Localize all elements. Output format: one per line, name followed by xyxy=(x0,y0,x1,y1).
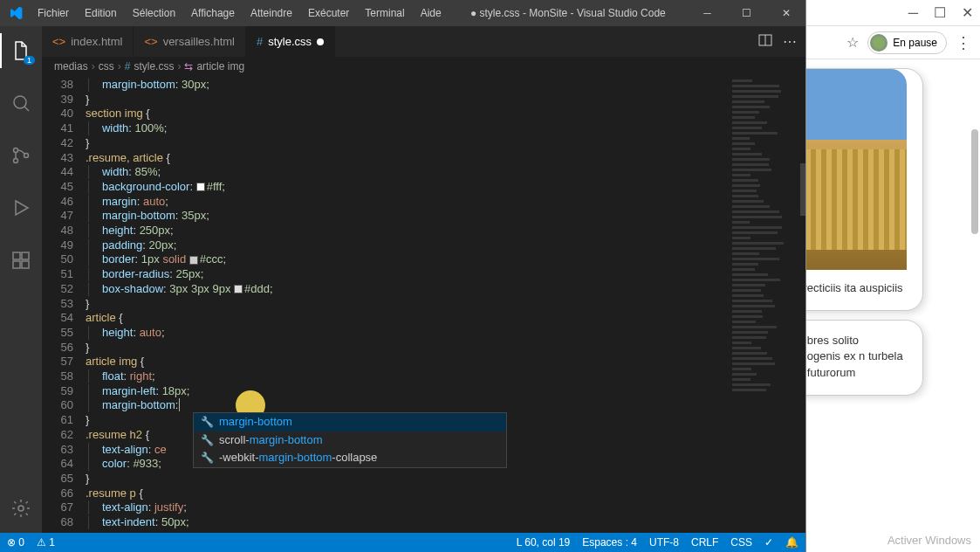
close-button[interactable]: ✕ xyxy=(766,0,805,26)
browser-window: ─ ☐ ✕ ☆ En pause ⋮ a advecticiis ita aus… xyxy=(805,0,980,552)
dirty-indicator-icon xyxy=(317,38,324,45)
tab-label: index.html xyxy=(71,35,122,48)
status-language[interactable]: CSS xyxy=(730,536,752,549)
menu-fichier[interactable]: Fichier xyxy=(31,7,76,19)
page-scrollbar[interactable] xyxy=(971,129,978,234)
menu-edition[interactable]: Edition xyxy=(78,7,124,19)
svg-rect-7 xyxy=(22,252,29,259)
status-prettier-icon[interactable]: ✓ xyxy=(764,536,773,549)
extensions-icon[interactable] xyxy=(0,243,42,278)
svg-point-3 xyxy=(24,154,29,158)
tab-versailles-html[interactable]: <> versailles.html xyxy=(134,26,246,57)
tab-style-css[interactable]: # style.css xyxy=(246,26,335,57)
article-text: a advecticiis ita auspiciis xyxy=(806,280,910,296)
explorer-badge: 1 xyxy=(24,56,35,65)
html-file-icon: <> xyxy=(144,35,157,48)
tab-index-html[interactable]: <> index.html xyxy=(42,26,134,57)
property-icon: 🔧 xyxy=(201,451,214,466)
more-actions-icon[interactable]: ⋯ xyxy=(783,33,797,50)
bookmark-star-icon[interactable]: ☆ xyxy=(846,34,859,51)
autocomplete-popup[interactable]: 🔧margin-bottom🔧scroll-margin-bottom🔧-web… xyxy=(193,412,507,468)
menu-selection[interactable]: Sélection xyxy=(126,7,182,19)
article-text: rni imbres solito Hermogenis ex n turbel… xyxy=(806,333,910,381)
breadcrumb[interactable]: medias› css› #style.css› ⇆article img xyxy=(42,57,805,76)
svg-point-8 xyxy=(18,506,24,511)
pause-label: En pause xyxy=(893,37,937,49)
tab-label: style.css xyxy=(268,35,312,48)
status-warnings[interactable]: ⚠ 1 xyxy=(37,536,55,549)
title-bar: Fichier Edition Sélection Affichage Atte… xyxy=(0,0,805,26)
html-file-icon: <> xyxy=(52,35,65,48)
tab-bar: <> index.html <> versailles.html # style… xyxy=(42,26,805,57)
svg-point-1 xyxy=(14,148,18,153)
browser-page[interactable]: a advecticiis ita auspiciis rni imbres s… xyxy=(806,59,980,552)
breadcrumb-segment[interactable]: style.css xyxy=(134,60,174,72)
vscode-window: Fichier Edition Sélection Affichage Atte… xyxy=(0,0,805,552)
split-editor-icon[interactable] xyxy=(758,33,772,51)
status-bar: ⊗ 0 ⚠ 1 L 60, col 19 Espaces : 4 UTF-8 C… xyxy=(0,533,805,552)
browser-close-button[interactable]: ✕ xyxy=(962,4,973,21)
status-indent[interactable]: Espaces : 4 xyxy=(582,536,637,549)
menu-atteindre[interactable]: Atteindre xyxy=(243,7,299,19)
css-file-icon: # xyxy=(257,35,263,48)
property-icon: 🔧 xyxy=(201,433,214,448)
breadcrumb-segment[interactable]: css xyxy=(99,60,114,72)
vscode-logo-icon xyxy=(0,6,31,20)
menu-executer[interactable]: Exécuter xyxy=(301,7,356,19)
search-icon[interactable] xyxy=(0,86,42,121)
code-editor[interactable]: 3839404142434445464748495051525354555657… xyxy=(42,76,805,533)
property-icon: 🔧 xyxy=(201,415,214,430)
browser-toolbar: ☆ En pause ⋮ xyxy=(806,26,980,59)
article-card: rni imbres solito Hermogenis ex n turbel… xyxy=(806,320,923,396)
minimap[interactable] xyxy=(727,76,805,533)
status-encoding[interactable]: UTF-8 xyxy=(649,536,679,549)
minimize-button[interactable]: ─ xyxy=(688,0,727,26)
editor-area: <> index.html <> versailles.html # style… xyxy=(42,26,805,533)
minimap-viewport[interactable] xyxy=(800,163,805,216)
menu-aide[interactable]: Aide xyxy=(414,7,449,19)
browser-titlebar: ─ ☐ ✕ xyxy=(806,0,980,26)
autocomplete-item[interactable]: 🔧margin-bottom xyxy=(194,413,506,431)
windows-activation-watermark: Activer Windows xyxy=(887,534,971,547)
autocomplete-item[interactable]: 🔧-webkit-margin-bottom-collapse xyxy=(194,449,506,467)
window-title: ● style.css - MonSite - Visual Studio Co… xyxy=(449,7,688,19)
maximize-button[interactable]: ☐ xyxy=(727,0,766,26)
activity-bar: 1 xyxy=(0,26,42,533)
status-errors[interactable]: ⊗ 0 xyxy=(7,536,24,549)
status-eol[interactable]: CRLF xyxy=(691,536,718,549)
menu-bar: Fichier Edition Sélection Affichage Atte… xyxy=(31,7,449,19)
settings-gear-icon[interactable] xyxy=(0,491,42,526)
svg-rect-6 xyxy=(22,261,29,268)
status-cursor-position[interactable]: L 60, col 19 xyxy=(517,536,571,549)
autocomplete-item[interactable]: 🔧scroll-margin-bottom xyxy=(194,431,506,450)
article-card: a advecticiis ita auspiciis xyxy=(806,68,923,311)
menu-affichage[interactable]: Affichage xyxy=(184,7,242,19)
source-control-icon[interactable] xyxy=(0,138,42,173)
status-notifications-icon[interactable]: 🔔 xyxy=(785,536,798,549)
article-image xyxy=(806,69,907,270)
explorer-icon[interactable]: 1 xyxy=(0,33,42,68)
browser-maximize-button[interactable]: ☐ xyxy=(934,4,946,21)
code-content[interactable]: │ margin-bottom: 30px;}section img {│ wi… xyxy=(86,76,727,533)
svg-rect-4 xyxy=(13,252,20,259)
svg-rect-5 xyxy=(13,261,20,268)
line-number-gutter: 3839404142434445464748495051525354555657… xyxy=(42,76,86,533)
run-debug-icon[interactable] xyxy=(0,190,42,225)
svg-point-0 xyxy=(14,96,26,108)
breadcrumb-segment[interactable]: medias xyxy=(54,60,88,72)
browser-minimize-button[interactable]: ─ xyxy=(908,5,918,21)
browser-menu-icon[interactable]: ⋮ xyxy=(956,33,971,52)
breadcrumb-segment[interactable]: article img xyxy=(196,60,244,72)
menu-terminal[interactable]: Terminal xyxy=(358,7,411,19)
svg-point-2 xyxy=(14,159,18,163)
profile-pause-chip[interactable]: En pause xyxy=(867,31,947,54)
avatar xyxy=(870,34,887,52)
tab-label: versailles.html xyxy=(163,35,235,48)
